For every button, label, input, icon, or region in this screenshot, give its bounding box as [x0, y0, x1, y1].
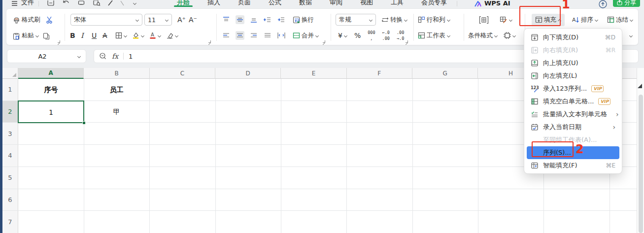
menu-item-123-series[interactable]: 123 录入123序列... VIP [527, 82, 619, 95]
tab-insert[interactable]: 插入 [207, 0, 220, 7]
tab-member[interactable]: 会员专享 [421, 0, 447, 7]
borders-button[interactable] [114, 31, 129, 40]
tab-review[interactable]: 审阅 [330, 0, 342, 7]
upload-icon[interactable] [599, 0, 606, 6]
conditional-format-button[interactable]: 条件格式 [467, 31, 499, 41]
group-expand-icon[interactable] [208, 40, 211, 43]
row-header-4[interactable]: 4 [2, 145, 18, 166]
undo-icon[interactable] [63, 0, 70, 6]
row-header-2[interactable]: 2 [2, 101, 18, 123]
clear-format-button[interactable] [165, 31, 180, 40]
file-menu-button[interactable]: 文件 [11, 0, 34, 7]
wrap-text-button[interactable]: 换行 [291, 15, 315, 25]
column-header-a[interactable]: A [18, 68, 84, 79]
font-color-button[interactable]: A [148, 31, 163, 40]
wps-ai-button[interactable]: WPS AI [475, 0, 510, 7]
fill-handle[interactable] [82, 121, 86, 125]
strikethrough-button[interactable]: A [101, 31, 112, 40]
copy-button[interactable] [41, 32, 52, 39]
cut-button[interactable] [44, 15, 55, 25]
cell-style-button[interactable] [502, 31, 517, 40]
row-header-1[interactable]: 1 [2, 79, 18, 100]
menu-item-fill-up[interactable]: 向上填充(U) [527, 57, 619, 69]
find-icon[interactable] [93, 0, 101, 6]
bold-button[interactable]: B [68, 31, 79, 40]
menu-item-fill-left[interactable]: 向左填充(L) [527, 69, 619, 82]
align-right-icon[interactable] [249, 31, 258, 40]
chevron-down-icon[interactable] [77, 55, 81, 58]
comma-format-button[interactable]: 000, [366, 30, 376, 41]
cell-B1[interactable]: 员工 [84, 79, 149, 101]
zoom-formula-icon[interactable] [99, 52, 107, 60]
align-bottom-icon[interactable] [249, 15, 258, 24]
format-painter-button[interactable]: 格式刷 [11, 15, 42, 25]
row-header-3[interactable]: 3 [2, 123, 18, 144]
group-expand-icon[interactable] [405, 40, 408, 43]
tab-formula[interactable]: 公式 [269, 0, 281, 7]
font-size-select[interactable]: 11 [144, 14, 172, 26]
align-left-icon[interactable] [222, 31, 231, 40]
increase-decimal-button[interactable]: .00→.0 [395, 30, 406, 41]
increase-font-button[interactable]: A⁺ [176, 15, 187, 25]
conditional-format-icon-button[interactable] [477, 15, 490, 25]
table-style-button[interactable] [498, 15, 514, 25]
cell-B2[interactable]: 甲 [84, 101, 149, 123]
column-header-d[interactable]: D [215, 68, 281, 79]
fill-color-button[interactable] [131, 31, 146, 40]
select-all-button[interactable] [2, 68, 18, 79]
column-header-g[interactable]: G [412, 68, 478, 79]
column-header-e[interactable]: E [281, 68, 346, 79]
formula-input-value[interactable]: 1 [129, 53, 133, 60]
row-header-6[interactable]: 6 [2, 189, 18, 211]
merge-cells-button[interactable]: 合并 [291, 31, 320, 41]
row-header-5[interactable]: 5 [2, 167, 18, 189]
italic-button[interactable]: I [79, 31, 90, 40]
align-middle-icon[interactable] [236, 15, 244, 24]
worksheet-button[interactable]: 工作表 [416, 31, 452, 41]
cell-A1[interactable]: 序号 [18, 79, 84, 101]
tab-view[interactable]: 视图 [360, 0, 373, 7]
decrease-decimal-button[interactable]: ←.0.00 [381, 30, 391, 41]
column-header-c[interactable]: C [150, 68, 215, 79]
decrease-font-button[interactable]: A⁻ [187, 15, 199, 25]
rows-columns-button[interactable]: 行和列 [416, 15, 452, 25]
group-expand-icon[interactable] [57, 40, 61, 43]
row-header-7[interactable]: 7 [2, 211, 18, 233]
menu-item-batch-insert-text[interactable]: 批量插入文本到单元格 › [527, 108, 619, 121]
menu-item-smart-fill[interactable]: 智能填充(F) ⌘E [527, 159, 619, 172]
tab-page[interactable]: 页面 [238, 0, 251, 7]
save-icon[interactable] [47, 0, 55, 6]
align-top-icon[interactable] [222, 15, 231, 24]
pen-icon[interactable] [107, 0, 115, 6]
sort-button[interactable]: A 排序 [571, 15, 600, 25]
highlighter-icon[interactable] [120, 0, 127, 6]
font-name-select[interactable]: 宋体 [70, 14, 142, 26]
tab-home[interactable]: 开始 [177, 0, 190, 7]
increase-indent-icon[interactable] [277, 15, 286, 24]
vertical-scrollbar[interactable] [637, 68, 644, 233]
freeze-button[interactable]: 冻结 [606, 15, 635, 25]
name-box[interactable]: A2 [7, 49, 86, 63]
justify-icon[interactable] [263, 31, 272, 40]
column-header-b[interactable]: B [84, 68, 149, 79]
column-header-f[interactable]: F [347, 68, 412, 79]
tab-tools[interactable]: 工具 [391, 0, 404, 7]
scrollbar-arrow-icon[interactable] [638, 84, 642, 88]
percent-format-button[interactable]: % [353, 31, 362, 40]
scrollbar-thumb[interactable] [639, 95, 643, 233]
menu-item-fill-down[interactable]: 向下填充(D) ⌘D [527, 31, 619, 44]
underline-button[interactable]: U [90, 31, 101, 40]
currency-format-button[interactable]: ¥ [337, 31, 349, 40]
distribute-text-icon[interactable] [277, 31, 286, 40]
tab-data[interactable]: 数据 [299, 0, 312, 7]
paste-button[interactable]: 粘贴 [11, 31, 40, 41]
menu-item-fill-blank-cells[interactable]: 填充空白单元格... VIP [527, 95, 619, 108]
menu-item-fill-right[interactable]: 向右填充(R) ⌘R [527, 44, 619, 57]
number-format-select[interactable]: 常规 [336, 14, 376, 26]
print-icon[interactable] [78, 0, 85, 6]
align-center-icon[interactable] [236, 31, 244, 40]
fx-icon[interactable]: fx [112, 52, 118, 60]
convert-button[interactable]: 转换 [380, 15, 409, 25]
chevron-down-icon[interactable] [133, 1, 136, 5]
decrease-indent-icon[interactable] [263, 15, 272, 24]
